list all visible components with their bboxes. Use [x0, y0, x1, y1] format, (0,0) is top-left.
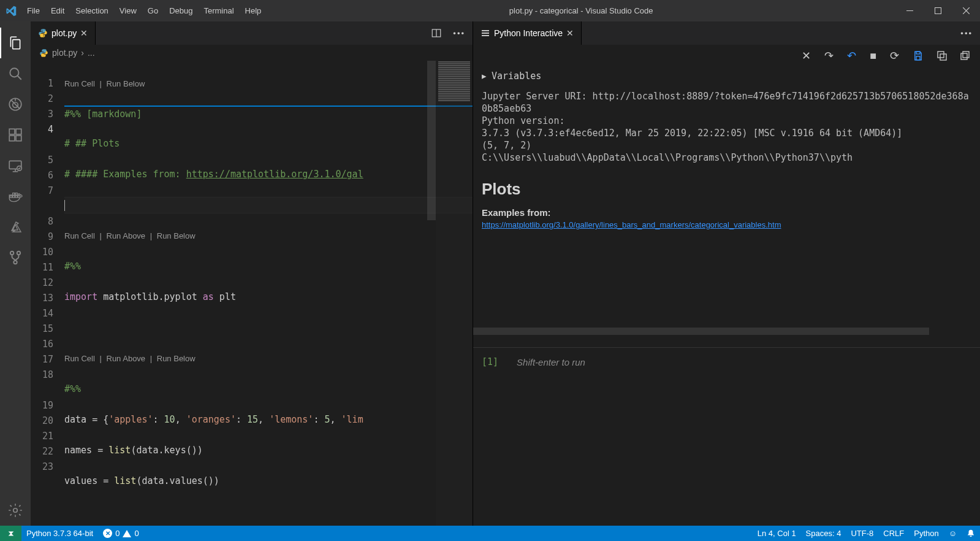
menu-debug[interactable]: Debug — [164, 0, 198, 21]
status-feedback-icon[interactable]: ☺ — [944, 529, 962, 538]
activity-debug-disabled[interactable] — [0, 89, 31, 120]
svg-rect-23 — [482, 33, 489, 34]
activity-docker[interactable] — [0, 181, 31, 212]
activity-source-control[interactable] — [0, 242, 31, 273]
cancel-icon[interactable]: ✕ — [802, 49, 811, 63]
editor-group-left: plot.py ✕ ••• plot.py › ... — [31, 21, 473, 526]
svg-rect-28 — [940, 54, 946, 60]
restart-icon[interactable]: ⟳ — [890, 49, 899, 63]
titlebar: File Edit Selection View Go Debug Termin… — [0, 0, 980, 21]
activity-azure[interactable] — [0, 212, 31, 242]
error-count: 0 — [115, 529, 120, 538]
svg-rect-9 — [16, 129, 21, 134]
codelens-run-above[interactable]: Run Above — [107, 354, 146, 363]
close-button[interactable] — [952, 0, 980, 21]
menu-help[interactable]: Help — [240, 0, 267, 21]
breadcrumb-rest: ... — [88, 48, 95, 58]
codelens-run-cell[interactable]: Run Cell — [64, 79, 95, 88]
svg-rect-0 — [906, 10, 913, 11]
codelens-run-below[interactable]: Run Below — [107, 79, 145, 88]
chevron-right-icon: ▸ — [482, 71, 487, 82]
interactive-horizontal-scrollbar[interactable] — [473, 328, 929, 335]
svg-point-17 — [17, 251, 20, 255]
status-language[interactable]: Python — [909, 529, 943, 538]
variables-section[interactable]: ▸ Variables — [473, 67, 980, 85]
svg-point-2 — [10, 68, 18, 77]
breadcrumb[interactable]: plot.py › ... — [31, 45, 473, 61]
editor-actions-right: ••• — [953, 21, 980, 45]
minimize-button[interactable] — [895, 0, 924, 21]
vscode-logo-icon — [0, 6, 21, 17]
activity-bar — [0, 21, 31, 526]
chevron-right-icon: › — [81, 48, 84, 58]
code-line: data = {'apples': 10, 'oranges': 15, 'le… — [64, 412, 473, 428]
plots-heading: Plots — [482, 180, 971, 199]
code-content[interactable]: Run Cell | Run Below #%% [markdown] # ##… — [64, 61, 473, 526]
activity-search[interactable] — [0, 58, 31, 89]
svg-rect-1 — [935, 8, 941, 14]
editor-actions-left: ••• — [424, 21, 473, 45]
svg-rect-10 — [9, 136, 15, 141]
more-actions-icon[interactable]: ••• — [960, 29, 973, 38]
status-encoding[interactable]: UTF-8 — [846, 529, 878, 538]
svg-point-16 — [10, 251, 13, 255]
svg-line-3 — [18, 76, 21, 80]
maximize-button[interactable] — [924, 0, 952, 21]
svg-rect-24 — [482, 35, 489, 36]
redo-icon[interactable]: ↷ — [824, 49, 834, 63]
activity-extensions[interactable] — [0, 120, 31, 150]
expand-all-icon[interactable] — [937, 51, 947, 61]
menu-view[interactable]: View — [114, 0, 142, 21]
more-actions-icon[interactable]: ••• — [453, 29, 465, 38]
svg-rect-26 — [916, 56, 920, 60]
svg-rect-30 — [961, 53, 967, 59]
examples-from-label: Examples from: — [482, 207, 971, 218]
activity-remote[interactable] — [0, 150, 31, 181]
save-icon[interactable] — [913, 50, 924, 61]
codelens-run-below[interactable]: Run Below — [157, 354, 196, 363]
codelens-run-cell[interactable]: Run Cell — [64, 354, 95, 363]
activity-explorer[interactable] — [0, 28, 31, 58]
status-problems[interactable]: ✕ 0 0 — [98, 526, 143, 541]
collapse-all-icon[interactable] — [960, 51, 970, 61]
close-icon[interactable]: ✕ — [566, 28, 574, 38]
error-icon: ✕ — [103, 529, 112, 538]
editor-group-right: Python Interactive ✕ ••• ✕ ↷ ↶ ■ ⟳ — [473, 21, 980, 526]
code-line: names = list(data.keys()) — [64, 443, 473, 458]
menu-go[interactable]: Go — [142, 0, 164, 21]
python-file-icon — [39, 48, 48, 58]
status-python-env[interactable]: Python 3.7.3 64-bit — [21, 526, 98, 541]
codelens-run-cell[interactable]: Run Cell — [64, 231, 95, 240]
tab-plot-py[interactable]: plot.py ✕ — [31, 21, 96, 45]
code-editor[interactable]: 1 2 3 4 5 6 7 8 9 10 11 12 13 14 15 — [31, 61, 473, 526]
menu-terminal[interactable]: Terminal — [198, 0, 239, 21]
interactive-input[interactable]: [1] Shift-enter to run — [473, 347, 980, 376]
close-icon[interactable]: ✕ — [80, 28, 88, 38]
menubar: File Edit Selection View Go Debug Termin… — [21, 0, 267, 21]
status-remote[interactable] — [0, 526, 21, 541]
tab-python-interactive[interactable]: Python Interactive ✕ — [473, 21, 582, 45]
status-cursor[interactable]: Ln 4, Col 1 — [753, 529, 801, 538]
undo-icon[interactable]: ↶ — [847, 49, 856, 63]
menu-selection[interactable]: Selection — [70, 0, 113, 21]
svg-rect-29 — [963, 52, 969, 58]
preview-icon — [481, 28, 490, 38]
input-hint: Shift-enter to run — [517, 357, 585, 367]
codelens-run-below[interactable]: Run Below — [157, 231, 196, 240]
codelens-run-above[interactable]: Run Above — [107, 231, 146, 240]
status-indent[interactable]: Spaces: 4 — [801, 529, 846, 538]
activity-settings[interactable] — [0, 495, 31, 526]
split-editor-icon[interactable] — [431, 28, 442, 39]
editor-vertical-scrollbar[interactable] — [427, 61, 436, 220]
minimap[interactable] — [436, 61, 473, 526]
code-url-link[interactable]: https://matplotlib.org/3.1.0/gal — [186, 169, 363, 180]
examples-link[interactable]: https://matplotlib.org/3.1.0/gallery/lin… — [482, 220, 781, 229]
code-line: values = list(data.values()) — [64, 474, 473, 489]
status-notifications-icon[interactable] — [962, 529, 980, 537]
menu-file[interactable]: File — [21, 0, 45, 21]
tab-bar-right: Python Interactive ✕ ••• — [473, 21, 980, 45]
menu-edit[interactable]: Edit — [45, 0, 70, 21]
interrupt-icon[interactable]: ■ — [870, 50, 876, 63]
status-bar: Python 3.7.3 64-bit ✕ 0 0 Ln 4, Col 1 Sp… — [0, 526, 980, 541]
status-eol[interactable]: CRLF — [878, 529, 909, 538]
